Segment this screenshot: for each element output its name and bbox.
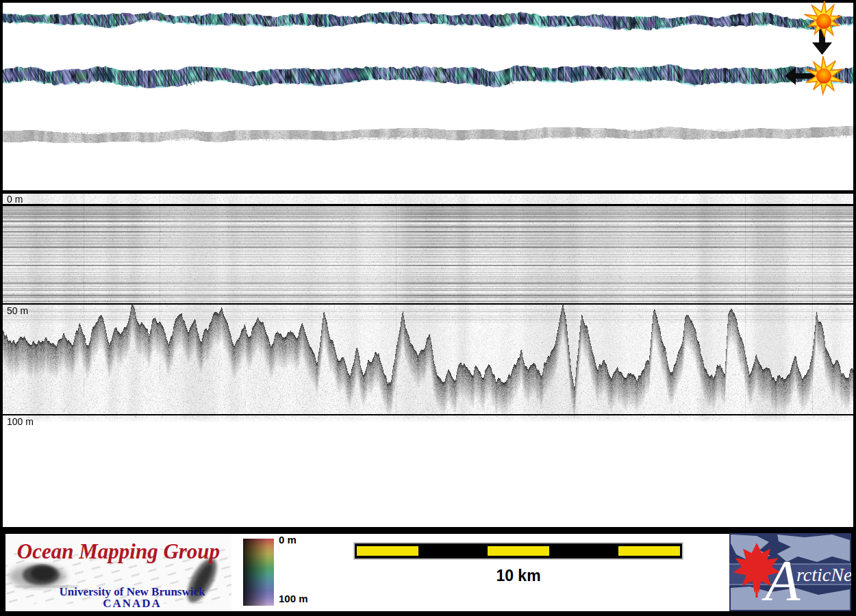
scale-bar-segment bbox=[616, 543, 682, 559]
depth-colorbar bbox=[243, 539, 274, 606]
depth-gridline-50m bbox=[3, 303, 853, 305]
colorbar-label-top: 0 m bbox=[279, 535, 297, 546]
echogram-panel: 0 m 50 m 100 m bbox=[0, 194, 856, 527]
starburst-core bbox=[816, 14, 831, 29]
echogram-canvas bbox=[3, 194, 853, 424]
scale-bar-yellow-segment bbox=[488, 546, 549, 556]
colorbar-shading bbox=[243, 539, 274, 606]
scale-bar-segment bbox=[551, 543, 617, 559]
arcticnet-wordmark: rcticNet bbox=[796, 564, 851, 585]
swath-strips-canvas bbox=[3, 3, 853, 190]
omg-title: Ocean Mapping Group bbox=[17, 539, 220, 563]
colorbar-label-bottom: 100 m bbox=[279, 593, 308, 604]
omg-survey-composite: 0 m 50 m 100 m bbox=[0, 0, 856, 616]
depth-label-100m: 100 m bbox=[7, 417, 34, 426]
scale-bar-segment bbox=[486, 543, 551, 559]
omg-country: CANADA bbox=[103, 597, 162, 610]
track-join-marker-2 bbox=[774, 50, 853, 105]
arcticnet-logo: A rcticNet bbox=[729, 533, 851, 611]
footer: Ocean Mapping Group University of New Br… bbox=[0, 527, 856, 616]
depth-label-0m: 0 m bbox=[7, 194, 23, 204]
omg-logo: Ocean Mapping Group University of New Br… bbox=[5, 534, 231, 611]
scale-bar bbox=[353, 542, 683, 560]
starburst-core bbox=[816, 68, 831, 84]
arcticnet-initial: A bbox=[761, 549, 801, 611]
scale-bar-yellow-segment bbox=[357, 546, 418, 556]
scale-bar-yellow-segment bbox=[618, 546, 680, 556]
depth-gridline-0m bbox=[3, 204, 853, 206]
depth-gridline-100m bbox=[3, 414, 853, 415]
depth-label-50m: 50 m bbox=[7, 306, 28, 316]
scale-bar-label: 10 km bbox=[353, 567, 683, 585]
scale-bar-segment bbox=[355, 543, 420, 559]
scale-bar-segment bbox=[420, 543, 486, 559]
swath-panel bbox=[0, 0, 856, 190]
